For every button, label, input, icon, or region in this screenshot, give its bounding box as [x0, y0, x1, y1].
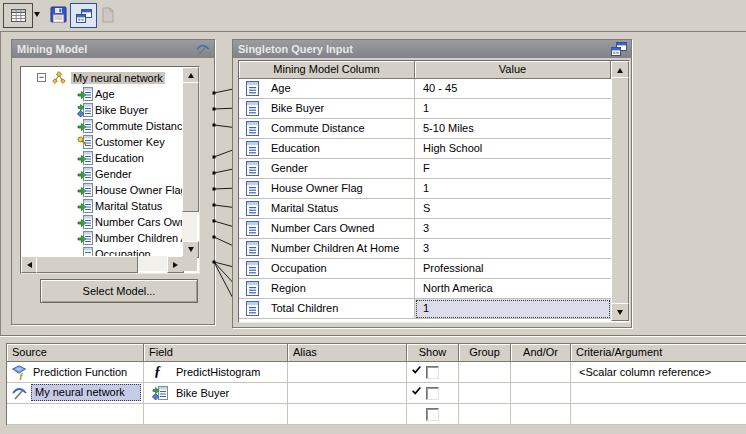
show-cell — [407, 362, 459, 383]
scrollbar-thumb[interactable] — [36, 256, 138, 273]
grid-row-my-neural-network[interactable]: My neural network Bike Buyer — [7, 383, 746, 404]
singleton-row-house-owner-flag[interactable]: House Owner Flag 1 — [239, 179, 611, 199]
table-vertical-scrollbar[interactable] — [611, 61, 627, 319]
singleton-row-age[interactable]: Age 40 - 45 — [239, 79, 611, 99]
row-value-cell[interactable]: 5-10 Miles — [415, 119, 611, 139]
tree-item-label[interactable]: Number Cars Owned — [95, 214, 182, 230]
row-value-cell[interactable]: S — [415, 199, 611, 219]
tree-item-number-children[interactable]: Number Children At Home — [21, 230, 182, 246]
tree-root-label[interactable]: My neural network — [71, 72, 165, 84]
row-value-cell[interactable]: 1 — [415, 179, 611, 199]
tree-item-gender[interactable]: Gender — [21, 166, 182, 182]
tree-item-label[interactable]: Gender — [95, 166, 132, 182]
tree-item-label[interactable]: Education — [95, 150, 144, 166]
alias-cell[interactable] — [288, 404, 407, 425]
tree-item-bike-buyer[interactable]: Bike Buyer — [21, 102, 182, 118]
input-column-icon — [77, 118, 93, 134]
mining-model-panel: Mining Model − My neural n — [11, 39, 215, 325]
criteria-cell[interactable] — [571, 404, 746, 425]
scrollbar-thumb[interactable] — [611, 77, 629, 305]
singleton-row-education[interactable]: Education High School — [239, 139, 611, 159]
singleton-query-toggle-button[interactable] — [70, 3, 97, 28]
field-cell[interactable] — [144, 404, 288, 425]
tree-item-commute-distance[interactable]: Commute Distance — [21, 118, 182, 134]
grid-row-prediction-function[interactable]: ƒ Prediction Function ƒ PredictHistogram… — [7, 362, 746, 383]
tree-vertical-scrollbar[interactable] — [182, 67, 197, 256]
save-button[interactable] — [46, 3, 70, 26]
arrow-down-icon — [188, 247, 194, 252]
row-value-cell[interactable]: 3 — [415, 239, 611, 259]
result-view-button[interactable] — [96, 3, 118, 26]
group-cell[interactable] — [459, 404, 511, 425]
tree-item-label[interactable]: Bike Buyer — [95, 102, 148, 118]
row-value-cell[interactable]: High School — [415, 139, 611, 159]
grid-view-button[interactable] — [3, 3, 33, 28]
field-cell[interactable]: ƒ PredictHistogram — [144, 362, 288, 383]
singleton-row-total-children[interactable]: Total Children 1 — [239, 299, 611, 319]
source-cell[interactable] — [7, 404, 144, 425]
row-column-name: Number Children At Home — [271, 239, 399, 258]
collapse-icon[interactable]: − — [37, 73, 46, 82]
tree-item-label[interactable]: House Owner Flag — [95, 182, 182, 198]
show-checkbox-unchecked[interactable] — [426, 408, 439, 421]
singleton-row-commute-distance[interactable]: Commute Distance 5-10 Miles — [239, 119, 611, 139]
column-icon — [246, 301, 259, 316]
row-value-cell[interactable]: Professional — [415, 259, 611, 279]
singleton-row-occupation[interactable]: Occupation Professional — [239, 259, 611, 279]
tree-item-label[interactable]: Age — [95, 86, 115, 102]
field-cell[interactable]: Bike Buyer — [144, 383, 288, 404]
singleton-row-gender[interactable]: Gender F — [239, 159, 611, 179]
andor-cell[interactable] — [511, 383, 571, 404]
row-value-cell[interactable]: North America — [415, 279, 611, 299]
show-checkbox-checked[interactable] — [426, 387, 439, 400]
alias-cell[interactable] — [288, 362, 407, 383]
tree-item-label[interactable]: Number Children At Home — [95, 230, 182, 246]
source-cell[interactable]: ƒ Prediction Function — [7, 362, 144, 383]
tree-item-occupation-partial[interactable]: Occupation — [21, 246, 182, 256]
criteria-cell[interactable] — [571, 383, 746, 404]
andor-cell[interactable] — [511, 404, 571, 425]
tree-item-label[interactable]: Customer Key — [95, 134, 165, 150]
view-dropdown-button[interactable] — [31, 3, 43, 26]
panel-title-text: Singleton Query Input — [238, 43, 353, 55]
tree-item-label[interactable]: Commute Distance — [95, 118, 182, 134]
row-value-cell[interactable]: 3 — [415, 219, 611, 239]
tree-item-marital-status[interactable]: Marital Status — [21, 198, 182, 214]
tree-item-number-cars-owned[interactable]: Number Cars Owned — [21, 214, 182, 230]
group-cell[interactable] — [459, 362, 511, 383]
select-model-button[interactable]: Select Model... — [40, 279, 198, 303]
tree-item-education[interactable]: Education — [21, 150, 182, 166]
source-cell[interactable]: My neural network — [7, 383, 144, 404]
grid-row-empty[interactable] — [7, 404, 746, 425]
grid-header-andor: And/Or — [511, 344, 571, 362]
scrollbar-thumb[interactable] — [182, 82, 199, 212]
scroll-down-button[interactable] — [611, 303, 629, 321]
criteria-cell[interactable]: <Scalar column reference> — [571, 362, 746, 383]
singleton-row-bike-buyer[interactable]: Bike Buyer 1 — [239, 99, 611, 119]
field-text: PredictHistogram — [176, 362, 260, 382]
group-cell[interactable] — [459, 383, 511, 404]
tree-item-age[interactable]: Age — [21, 86, 182, 102]
neural-network-icon — [51, 70, 67, 86]
tree-horizontal-scrollbar[interactable] — [21, 256, 182, 271]
row-column-name: Total Children — [271, 299, 338, 318]
show-checkbox-checked[interactable] — [426, 366, 439, 379]
tree-root-row[interactable]: − My neural network — [21, 70, 182, 86]
singleton-row-marital-status[interactable]: Marital Status S — [239, 199, 611, 219]
toolbar — [0, 0, 746, 32]
tree-item-label[interactable]: Occupation — [95, 246, 151, 256]
singleton-row-number-cars-owned[interactable]: Number Cars Owned 3 — [239, 219, 611, 239]
row-value-cell[interactable]: 1 — [415, 99, 611, 119]
source-text-selected[interactable]: My neural network — [31, 384, 141, 401]
singleton-row-number-children-at-home[interactable]: Number Children At Home 3 — [239, 239, 611, 259]
andor-cell[interactable] — [511, 362, 571, 383]
alias-cell[interactable] — [288, 383, 407, 404]
tree-item-label[interactable]: Marital Status — [95, 198, 162, 214]
singleton-row-region[interactable]: Region North America — [239, 279, 611, 299]
tree-item-customer-key[interactable]: Customer Key — [21, 134, 182, 150]
results-grid-area: Source Field Alias Show Group And/Or Cri… — [0, 337, 746, 434]
tree-item-house-owner-flag[interactable]: House Owner Flag — [21, 182, 182, 198]
row-value-cell[interactable]: 40 - 45 — [415, 79, 611, 99]
row-value-cell-selected[interactable]: 1 — [415, 299, 611, 319]
row-value-cell[interactable]: F — [415, 159, 611, 179]
